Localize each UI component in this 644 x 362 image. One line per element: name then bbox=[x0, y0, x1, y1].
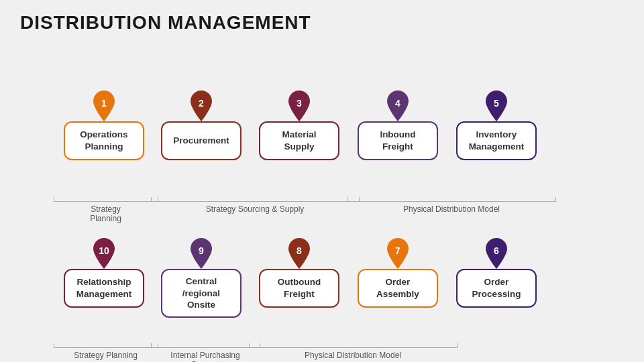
bracket-label-grp2: Strategy Sourcing & Supply bbox=[151, 204, 359, 214]
bracket-ltick-grp2 bbox=[151, 197, 152, 202]
pin-icon-pin3: 3 bbox=[287, 90, 311, 121]
card-pin3: Material Supply bbox=[259, 121, 339, 160]
bracket-hline-grp5 bbox=[151, 347, 260, 348]
pin-group-pin8: 8Outbound Freight bbox=[259, 238, 339, 308]
pin-number-pin8: 8 bbox=[297, 245, 302, 256]
bracket-rtick-grp6 bbox=[457, 343, 458, 348]
pin-number-pin6: 6 bbox=[494, 245, 499, 256]
bracket-hline-grp6 bbox=[249, 347, 457, 348]
pin-group-pin1: 1Operations Planning bbox=[64, 90, 144, 160]
pin-group-pin2: 2Procurement bbox=[161, 90, 241, 160]
card-pin6: Order Processing bbox=[456, 269, 537, 308]
bracket-rtick-grp3 bbox=[555, 197, 556, 202]
pin-number-pin2: 2 bbox=[199, 98, 204, 109]
bracket-label-grp3: Physical Distribution Model bbox=[347, 204, 555, 214]
pin-icon-pin9: 9 bbox=[189, 238, 213, 269]
pin-icon-pin7: 7 bbox=[386, 238, 410, 269]
bracket-ltick-grp5 bbox=[151, 343, 152, 348]
pin-number-pin9: 9 bbox=[199, 245, 204, 256]
pin-icon-pin6: 6 bbox=[484, 238, 508, 269]
pin-group-pin6: 6Order Processing bbox=[456, 238, 537, 308]
card-pin8: Outbound Freight bbox=[259, 269, 339, 308]
pin-icon-pin10: 10 bbox=[92, 238, 116, 269]
card-pin1: Operations Planning bbox=[64, 121, 144, 160]
pin-group-pin9: 9Central /regional Onsite bbox=[161, 238, 241, 318]
pin-group-pin4: 4Inbound Freight bbox=[358, 90, 438, 160]
pin-number-pin4: 4 bbox=[395, 98, 400, 109]
pin-icon-pin5: 5 bbox=[484, 90, 508, 121]
pin-number-pin1: 1 bbox=[101, 98, 107, 109]
pin-number-pin5: 5 bbox=[494, 98, 499, 109]
card-pin10: Relationship Management bbox=[64, 269, 144, 308]
card-pin9: Central /regional Onsite bbox=[161, 269, 241, 318]
pin-icon-pin4: 4 bbox=[386, 90, 410, 121]
bracket-hline-grp4 bbox=[54, 347, 158, 348]
card-pin5: Inventory Management bbox=[456, 121, 537, 160]
card-pin4: Inbound Freight bbox=[358, 121, 438, 160]
bracket-hline-grp3 bbox=[347, 201, 555, 202]
bracket-hline-grp1 bbox=[54, 201, 158, 202]
bracket-ltick-grp3 bbox=[347, 197, 348, 202]
bracket-label-grp6: Physical Distribution Model bbox=[249, 351, 457, 360]
bracket-ltick-grp6 bbox=[249, 343, 250, 348]
diagram-area: 1Operations Planning 2Procurement 3Mater… bbox=[0, 40, 644, 362]
pin-number-pin10: 10 bbox=[99, 245, 109, 256]
pin-group-pin3: 3Material Supply bbox=[259, 90, 339, 160]
bracket-ltick-grp1 bbox=[54, 197, 54, 202]
card-pin7: Order Assembly bbox=[358, 269, 438, 308]
pin-number-pin7: 7 bbox=[395, 245, 400, 256]
pin-icon-pin2: 2 bbox=[189, 90, 213, 121]
pin-number-pin3: 3 bbox=[297, 98, 302, 109]
pin-group-pin10: 10Relationship Management bbox=[64, 238, 144, 308]
bracket-hline-grp2 bbox=[151, 201, 359, 202]
bracket-label-grp1: Strategy Planning bbox=[54, 204, 158, 223]
page-title: DISTRIBUTION MANAGEMENT bbox=[0, 0, 644, 34]
bracket-label-grp5: Internal Purchasing Support bbox=[151, 351, 260, 362]
pin-group-pin7: 7Order Assembly bbox=[358, 238, 438, 308]
bracket-label-grp4: Strategy Planning bbox=[54, 351, 158, 360]
pin-icon-pin8: 8 bbox=[287, 238, 311, 269]
card-pin2: Procurement bbox=[161, 121, 241, 160]
bracket-ltick-grp4 bbox=[54, 343, 54, 348]
pin-icon-pin1: 1 bbox=[92, 90, 116, 121]
pin-group-pin5: 5Inventory Management bbox=[456, 90, 537, 160]
